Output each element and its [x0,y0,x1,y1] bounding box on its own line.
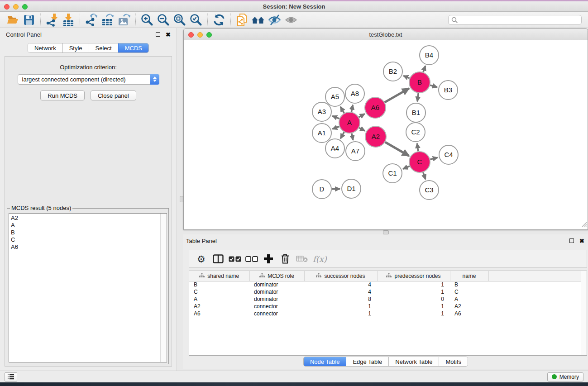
graph-edge-A-A4[interactable] [340,132,344,138]
tab-select[interactable]: Select [89,43,118,52]
export-network-icon[interactable] [83,13,100,27]
graph-edge-B-B1[interactable] [417,93,418,101]
save-session-icon[interactable] [21,13,37,27]
graph-node-C1[interactable]: C1 [383,164,402,183]
zoom-in-icon[interactable] [139,13,155,27]
show-all-icon[interactable] [283,13,299,27]
table-cell[interactable]: A2 [189,303,249,310]
graph-edge-A-A6[interactable] [359,114,365,118]
graph-node-C[interactable]: C [409,152,430,172]
zoom-out-icon[interactable] [155,13,172,27]
network-canvas[interactable]: B4B2BB3A8A5A6A3B1AA1C2A2A4A7C4CC1C3DD1 [184,40,588,229]
table-cell[interactable]: 1 [377,288,450,295]
graph-node-C4[interactable]: C4 [439,145,458,164]
graph-edge-A6-B[interactable] [385,88,409,102]
graph-edge-A-A7[interactable] [352,133,353,140]
graph-node-A6[interactable]: A6 [365,97,386,118]
unselect-all-columns-icon[interactable] [243,252,260,266]
graph-edge-C-C4[interactable] [430,157,437,159]
show-columns-icon[interactable] [210,252,226,266]
table-row[interactable]: A6connector11A6 [189,310,587,317]
table-cell[interactable]: B [189,281,249,288]
column-header-name[interactable]: name [450,271,488,281]
resize-grip-icon[interactable] [581,221,587,229]
graph-node-A8[interactable]: A8 [345,84,364,103]
column-header-successor-nodes[interactable]: successor nodes [304,271,377,281]
export-table-icon[interactable] [100,13,116,27]
graph-node-A3[interactable]: A3 [312,102,331,121]
graph-edge-A-A5[interactable] [340,107,344,113]
graph-node-D[interactable]: D [312,180,331,199]
table-cell[interactable]: A6 [189,310,249,317]
mcds-result-item[interactable]: B [11,229,160,236]
close-panel-button[interactable]: Close panel [91,91,136,100]
tab-mcds[interactable]: MCDS [118,43,148,52]
table-row[interactable]: A2connector11A2 [189,303,587,310]
delete-table-icon[interactable] [293,252,310,266]
apply-layout-icon[interactable] [211,13,227,27]
graph-node-B2[interactable]: B2 [383,62,402,81]
graph-node-D1[interactable]: D1 [342,179,361,198]
horizontal-split-handle[interactable] [383,230,389,234]
mcds-result-item[interactable]: A2 [11,214,160,222]
hide-selected-icon[interactable] [267,13,283,27]
table-cell[interactable]: C [450,288,488,295]
table-options-icon[interactable]: ⚙ [193,252,210,266]
zoom-selected-icon[interactable] [188,13,204,27]
mcds-result-list[interactable]: A2ABCA6 [9,214,160,362]
graph-node-B[interactable]: B [409,72,430,93]
show-panels-button[interactable] [5,372,17,381]
tab-style[interactable]: Style [62,43,89,52]
graph-node-A4[interactable]: A4 [325,139,344,158]
graph-edge-A-A2[interactable] [359,128,365,131]
graph-node-A7[interactable]: A7 [346,142,365,161]
graph-node-B1[interactable]: B1 [406,103,425,122]
graph-node-A[interactable]: A [339,112,360,133]
mcds-result-item[interactable]: A6 [11,243,160,251]
graph-edge-C-C3[interactable] [423,172,425,180]
graph-edge-C-C2[interactable] [417,143,418,151]
table-cell[interactable]: 1 [304,310,377,317]
close-table-panel-icon[interactable]: ✖ [579,238,584,244]
select-all-columns-icon[interactable] [226,252,243,266]
graph-edge-A2-C[interactable] [385,142,409,156]
graph-node-A1[interactable]: A1 [312,124,331,143]
table-cell[interactable]: 8 [304,295,377,303]
table-cell[interactable]: B [450,281,488,288]
table-tab-network-table[interactable]: Network Table [388,357,439,366]
table-cell[interactable]: dominator [249,281,304,288]
table-cell[interactable]: connector [249,303,304,310]
function-builder-icon[interactable]: f(x) [310,252,330,266]
close-panel-icon[interactable]: ✖ [166,32,171,38]
graph-node-A5[interactable]: A5 [325,87,344,106]
export-image-icon[interactable] [116,13,132,27]
graph-edge-A-A8[interactable] [351,105,353,112]
table-cell[interactable]: 4 [304,281,377,288]
create-column-icon[interactable] [260,252,277,266]
network-graph[interactable]: B4B2BB3A8A5A6A3B1AA1C2A2A4A7C4CC1C3DD1 [184,40,588,229]
table-cell[interactable]: dominator [249,295,304,303]
table-scrollbar[interactable] [581,271,587,355]
table-row[interactable]: Adominator80A [189,295,587,303]
table-cell[interactable]: 0 [377,295,450,303]
table-tab-node-table[interactable]: Node Table [304,357,346,366]
table-cell[interactable]: 1 [377,303,450,310]
import-table-icon[interactable] [60,13,76,27]
table-cell[interactable]: 1 [304,303,377,310]
table-cell[interactable]: A [189,295,249,303]
run-mcds-button[interactable]: Run MCDS [40,91,85,100]
table-cell[interactable]: connector [249,310,304,317]
table-tab-edge-table[interactable]: Edge Table [346,357,388,366]
search-input[interactable] [448,15,582,25]
graph-edge-B-B4[interactable] [423,66,425,72]
zoom-fit-icon[interactable] [172,13,188,27]
table-cell[interactable]: A2 [450,303,488,310]
table-cell[interactable]: dominator [249,288,304,295]
column-header-MCDS-role[interactable]: MCDS role [249,271,304,281]
table-cell[interactable]: 1 [377,310,450,317]
result-scrollbar[interactable] [160,214,167,362]
delete-columns-icon[interactable] [277,252,293,266]
graph-node-C3[interactable]: C3 [420,181,439,200]
open-session-icon[interactable] [5,13,21,27]
table-cell[interactable]: 1 [377,281,450,288]
